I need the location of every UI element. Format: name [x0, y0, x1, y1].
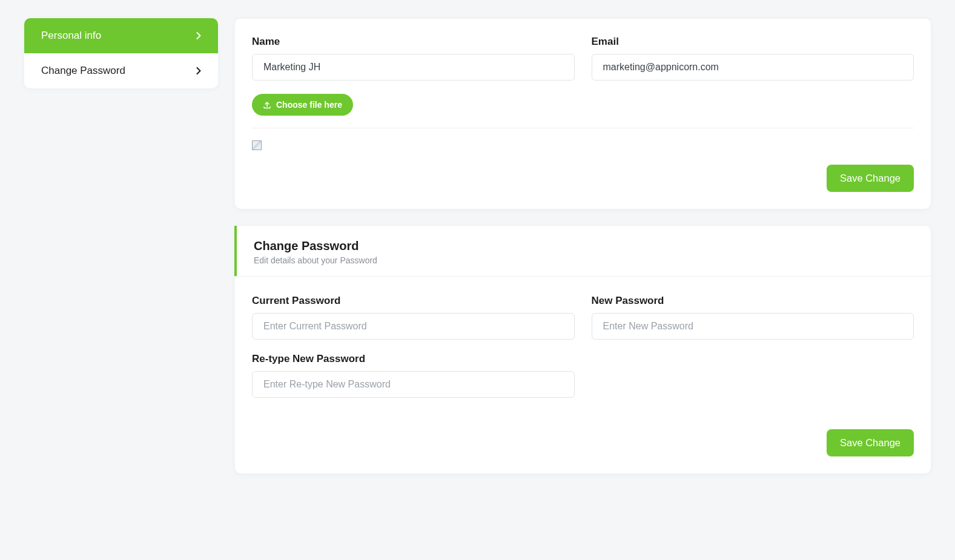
new-password-label: New Password: [592, 295, 914, 307]
current-password-field[interactable]: [252, 313, 575, 340]
save-button[interactable]: Save Change: [827, 165, 914, 192]
form-row: Current Password New Password: [252, 295, 914, 340]
form-group-new-password: New Password: [592, 295, 914, 340]
main-content: Name Email: [235, 18, 931, 473]
form-group-email: Email: [592, 36, 914, 81]
sidebar-nav: Personal info Change Password: [24, 18, 218, 88]
card-footer: Save Change: [235, 165, 931, 209]
upload-icon: [263, 100, 271, 109]
file-upload-row: Choose file here: [252, 94, 914, 116]
chevron-right-icon: [196, 67, 201, 74]
broken-image-icon: [252, 140, 262, 150]
card-title: Change Password: [254, 239, 914, 253]
card-subtitle: Edit details about your Password: [254, 255, 914, 265]
image-preview-area: [252, 128, 914, 153]
card-body: Name Email: [235, 19, 931, 165]
form-group-retype-password: Re-type New Password: [252, 353, 575, 398]
new-password-field[interactable]: [592, 313, 914, 340]
name-label: Name: [252, 36, 575, 48]
email-field[interactable]: [592, 54, 914, 81]
card-header: Change Password Edit details about your …: [234, 226, 931, 276]
form-row: Re-type New Password: [252, 353, 914, 398]
change-password-card: Change Password Edit details about your …: [235, 226, 931, 473]
email-label: Email: [592, 36, 914, 48]
save-button[interactable]: Save Change: [827, 429, 914, 456]
sidebar-item-label: Change Password: [41, 65, 125, 77]
card-footer: Save Change: [235, 417, 931, 473]
choose-file-button[interactable]: Choose file here: [252, 94, 353, 116]
personal-info-card: Name Email: [235, 18, 931, 209]
name-field[interactable]: [252, 54, 575, 81]
form-group-name: Name: [252, 36, 575, 81]
spacer: [592, 353, 914, 398]
choose-file-label: Choose file here: [276, 100, 342, 110]
sidebar-item-label: Personal info: [41, 30, 101, 42]
save-button-label: Save Change: [840, 173, 900, 184]
retype-password-field[interactable]: [252, 371, 575, 398]
sidebar-item-personal-info[interactable]: Personal info: [24, 18, 218, 53]
current-password-label: Current Password: [252, 295, 575, 307]
retype-password-label: Re-type New Password: [252, 353, 575, 365]
card-body: Current Password New Password Re-type Ne…: [235, 277, 931, 417]
chevron-right-icon: [196, 32, 201, 39]
page-container: Personal info Change Password Name: [0, 0, 955, 473]
form-group-current-password: Current Password: [252, 295, 575, 340]
sidebar: Personal info Change Password: [24, 18, 218, 473]
save-button-label: Save Change: [840, 437, 900, 449]
sidebar-item-change-password[interactable]: Change Password: [24, 53, 218, 88]
form-row: Name Email: [252, 36, 914, 81]
